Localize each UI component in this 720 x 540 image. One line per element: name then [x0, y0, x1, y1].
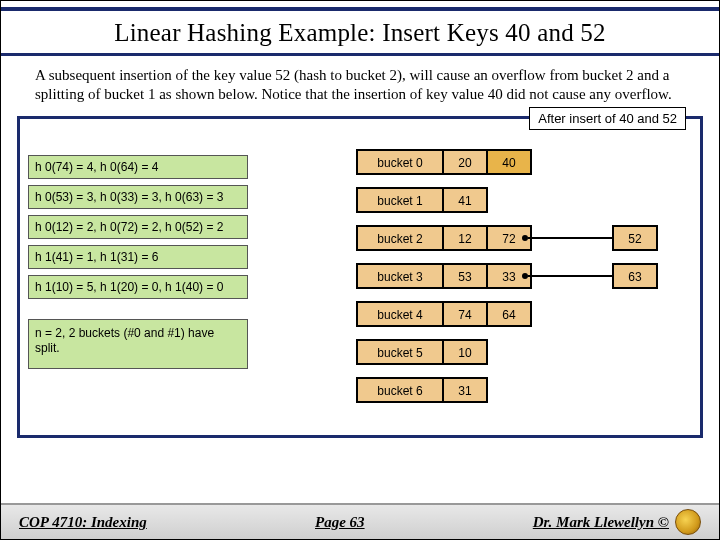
bucket-cell: 41 — [442, 187, 488, 213]
bucket-label: bucket 5 — [356, 339, 444, 365]
bucket-row: bucket 510 — [356, 339, 530, 365]
course-code: COP 4710: Indexing — [19, 514, 147, 531]
hash-line-2: h 0(12) = 2, h 0(72) = 2, h 0(52) = 2 — [28, 215, 248, 239]
diagram-caption: After insert of 40 and 52 — [529, 107, 686, 130]
diagram-container: After insert of 40 and 52 h 0(74) = 4, h… — [17, 116, 703, 438]
bucket-cell: 12 — [442, 225, 488, 251]
author-block: Dr. Mark Llewellyn © — [533, 509, 701, 535]
bucket-label: bucket 2 — [356, 225, 444, 251]
footer: COP 4710: Indexing Page 63 Dr. Mark Llew… — [1, 503, 719, 539]
hash-line-3: h 1(41) = 1, h 1(31) = 6 — [28, 245, 248, 269]
bucket-row: bucket 141 — [356, 187, 530, 213]
bucket-cell: 20 — [442, 149, 488, 175]
bucket-row: bucket 631 — [356, 377, 530, 403]
bucket-cell: 31 — [442, 377, 488, 403]
bucket-row: bucket 47464 — [356, 301, 530, 327]
overflow-cell: 52 — [612, 225, 658, 251]
slide: Linear Hashing Example: Insert Keys 40 a… — [0, 0, 720, 540]
hash-line-0: h 0(74) = 4, h 0(64) = 4 — [28, 155, 248, 179]
bucket-row: bucket 21272 — [356, 225, 530, 251]
bucket-label: bucket 0 — [356, 149, 444, 175]
school-logo-icon — [675, 509, 701, 535]
split-note: n = 2, 2 buckets (#0 and #1) have split. — [28, 319, 248, 369]
bucket-cell: 74 — [442, 301, 488, 327]
page-number: Page 63 — [315, 514, 365, 531]
overflow-connector — [528, 275, 612, 277]
hash-line-4: h 1(10) = 5, h 1(20) = 0, h 1(40) = 0 — [28, 275, 248, 299]
title-underline — [1, 53, 719, 56]
author-name: Dr. Mark Llewellyn © — [533, 514, 669, 531]
bucket-row: bucket 35333 — [356, 263, 530, 289]
hash-line-1: h 0(53) = 3, h 0(33) = 3, h 0(63) = 3 — [28, 185, 248, 209]
bucket-cell: 10 — [442, 339, 488, 365]
overflow-cell: 63 — [612, 263, 658, 289]
overflow-connector — [528, 237, 612, 239]
bucket-label: bucket 3 — [356, 263, 444, 289]
bucket-label: bucket 4 — [356, 301, 444, 327]
bucket-label: bucket 1 — [356, 187, 444, 213]
body-paragraph: A subsequent insertion of the key value … — [1, 64, 719, 110]
bucket-label: bucket 6 — [356, 377, 444, 403]
bucket-cell: 64 — [486, 301, 532, 327]
bucket-row: bucket 02040 — [356, 149, 530, 175]
slide-title: Linear Hashing Example: Insert Keys 40 a… — [1, 11, 719, 53]
bucket-cell: 53 — [442, 263, 488, 289]
bucket-cell: 40 — [486, 149, 532, 175]
